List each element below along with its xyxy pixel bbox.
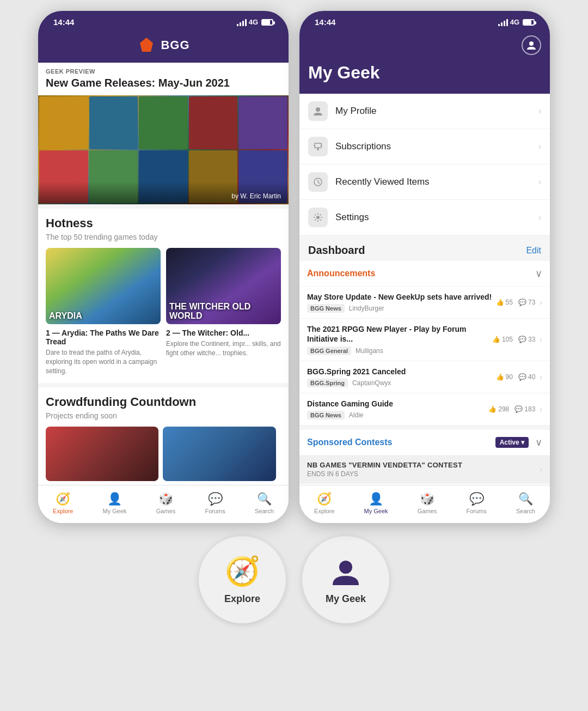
status-bar-left: 14:44 4G bbox=[38, 11, 289, 31]
nav-forums-label-right: Forums bbox=[466, 508, 486, 514]
nav-mygeek-right[interactable]: 👤 My Geek bbox=[360, 490, 393, 516]
settings-icon bbox=[308, 208, 328, 227]
subscriptions-label: Subscriptions bbox=[335, 141, 538, 152]
profile-label: My Profile bbox=[335, 106, 538, 117]
ann-title-1: May Store Update - New GeekUp sets have … bbox=[307, 292, 496, 302]
ann-author-3: CaptainQwyx bbox=[352, 379, 391, 387]
mini-card-4 bbox=[189, 96, 238, 149]
ann-item-4[interactable]: Distance Gaming Guide BGG News Aldie 👍 2… bbox=[299, 393, 550, 426]
battery-icon-left bbox=[261, 19, 273, 26]
status-right-left: 4G bbox=[237, 18, 273, 26]
ann-chevron-2: › bbox=[540, 335, 542, 344]
likes-count-4: 298 bbox=[498, 405, 509, 413]
svg-point-1 bbox=[529, 41, 534, 46]
mini-card-5 bbox=[238, 96, 287, 149]
nav-forums[interactable]: 💬 Forums bbox=[200, 490, 229, 516]
ann-author-1: LindyBurger bbox=[349, 305, 384, 312]
nav-games[interactable]: 🎲 Games bbox=[152, 490, 180, 516]
active-badge[interactable]: Active ▾ bbox=[495, 437, 529, 448]
network-right: 4G bbox=[510, 18, 519, 26]
ann-comments-4: 💬 183 bbox=[514, 405, 535, 413]
sponsored-collapse[interactable]: ∨ bbox=[535, 436, 542, 448]
mygeek-card-icon bbox=[329, 555, 362, 588]
nav-forums-label: Forums bbox=[205, 508, 225, 514]
article-image: by W. Eric Martin bbox=[38, 95, 289, 204]
nav-mygeek-label-right: My Geek bbox=[364, 508, 388, 514]
nav-games-right[interactable]: 🎲 Games bbox=[413, 490, 441, 516]
settings-chevron: › bbox=[538, 212, 541, 222]
contest-title-1: NB GAMES "VERMIN VENDETTA" CONTEST bbox=[307, 461, 535, 469]
settings-label: Settings bbox=[335, 212, 538, 223]
mini-card-2 bbox=[89, 96, 138, 149]
nav-explore-right[interactable]: 🧭 Explore bbox=[310, 490, 339, 516]
announcements-card: Announcements ∨ May Store Update - New G… bbox=[299, 261, 550, 426]
recently-viewed-icon bbox=[308, 172, 328, 192]
crowdfunding-title: Crowdfunding Countdown bbox=[46, 395, 281, 409]
thumbs-up-icon-3: 👍 bbox=[496, 373, 504, 381]
user-avatar-button[interactable] bbox=[522, 35, 541, 55]
mini-card-3 bbox=[139, 96, 188, 149]
signal-icon-right bbox=[498, 19, 508, 26]
ann-chevron-3: › bbox=[540, 373, 542, 381]
ann-item-1[interactable]: May Store Update - New GeekUp sets have … bbox=[299, 287, 550, 319]
game-item-arydia[interactable]: ARYDIA 1 — Arydia: The Paths We Dare Tre… bbox=[46, 248, 161, 375]
ann-content-3: BGG.Spring 2021 Canceled BGG.Spring Capt… bbox=[307, 367, 496, 387]
sponsored-title: Sponsored Contests bbox=[307, 437, 392, 447]
nav-explore[interactable]: 🧭 Explore bbox=[48, 490, 77, 516]
ann-item-3[interactable]: BGG.Spring 2021 Canceled BGG.Spring Capt… bbox=[299, 361, 550, 393]
feature-article[interactable]: GEEK PREVIEW New Game Releases: May-Jun … bbox=[38, 63, 289, 204]
ann-stats-3: 👍 90 💬 40 bbox=[496, 373, 536, 381]
profile-icon bbox=[308, 101, 328, 121]
mygeek-card-label: My Geek bbox=[326, 593, 366, 605]
nav-search-right[interactable]: 🔍 Search bbox=[512, 490, 540, 516]
game-item-witcher[interactable]: THE WITCHER OLD WORLD 2 — The Witcher: O… bbox=[166, 248, 281, 375]
nav-games-label-right: Games bbox=[418, 508, 437, 514]
ann-tag-4: BGG News bbox=[307, 411, 345, 420]
nav-mygeek[interactable]: 👤 My Geek bbox=[99, 490, 131, 516]
explore-app-card[interactable]: 🧭 Explore bbox=[199, 536, 286, 623]
network-left: 4G bbox=[249, 18, 258, 26]
svg-point-6 bbox=[339, 561, 352, 574]
ann-likes-2: 👍 105 bbox=[492, 336, 513, 343]
subscriptions-icon bbox=[308, 137, 328, 156]
nav-forums-right[interactable]: 💬 Forums bbox=[462, 490, 491, 516]
comments-count-2: 33 bbox=[528, 336, 535, 343]
comments-count-1: 73 bbox=[528, 299, 535, 306]
ann-title-2: The 2021 RPGG New Player - Play by Forum… bbox=[307, 324, 492, 344]
menu-item-settings[interactable]: Settings › bbox=[299, 200, 550, 235]
contest-item-1[interactable]: NB GAMES "VERMIN VENDETTA" CONTEST ENDS … bbox=[299, 455, 550, 484]
mygeek-page-title: My Geek bbox=[308, 63, 541, 83]
menu-item-recently-viewed[interactable]: Recently Viewed Items › bbox=[299, 165, 550, 200]
search-icon-right: 🔍 bbox=[518, 492, 533, 506]
bottom-nav-left: 🧭 Explore 👤 My Geek 🎲 Games 💬 Forums 🔍 S… bbox=[38, 485, 289, 523]
edit-button[interactable]: Edit bbox=[526, 246, 541, 256]
ann-comments-3: 💬 40 bbox=[518, 373, 535, 381]
ann-content-2: The 2021 RPGG New Player - Play by Forum… bbox=[307, 324, 492, 355]
ann-content-4: Distance Gaming Guide BGG News Aldie bbox=[307, 399, 488, 420]
mygeek-icon-right: 👤 bbox=[369, 492, 383, 506]
explore-scroll-content[interactable]: GEEK PREVIEW New Game Releases: May-Jun … bbox=[38, 63, 289, 485]
nav-explore-label: Explore bbox=[53, 508, 73, 514]
menu-item-profile[interactable]: My Profile › bbox=[299, 94, 550, 129]
likes-count-3: 90 bbox=[506, 373, 513, 381]
mygeek-scroll-content[interactable]: My Profile › Subscriptions › bbox=[299, 94, 550, 485]
menu-item-subscriptions[interactable]: Subscriptions › bbox=[299, 129, 550, 165]
mygeek-icon: 👤 bbox=[107, 492, 122, 506]
arydia-title-overlay: ARYDIA bbox=[49, 311, 82, 321]
ann-tag-3: BGG.Spring bbox=[307, 379, 348, 387]
game-grid: ARYDIA 1 — Arydia: The Paths We Dare Tre… bbox=[46, 248, 281, 375]
ann-item-2[interactable]: The 2021 RPGG New Player - Play by Forum… bbox=[299, 319, 550, 361]
time-left: 14:44 bbox=[53, 17, 74, 27]
bgg-logo-text: BGG bbox=[161, 38, 189, 52]
ann-meta-2: BGG General Mulligans bbox=[307, 347, 492, 355]
app-cards-row: 🧭 Explore My Geek bbox=[11, 536, 577, 623]
hotness-section: Hotness The top 50 trending games today … bbox=[38, 209, 289, 383]
explore-card-label: Explore bbox=[224, 593, 260, 605]
mygeek-app-card[interactable]: My Geek bbox=[302, 536, 389, 623]
announcements-collapse[interactable]: ∨ bbox=[535, 268, 542, 279]
nav-search[interactable]: 🔍 Search bbox=[250, 490, 278, 516]
explore-icon-right: 🧭 bbox=[317, 492, 332, 506]
ann-likes-3: 👍 90 bbox=[496, 373, 513, 381]
ann-meta-4: BGG News Aldie bbox=[307, 411, 488, 420]
ann-chevron-4: › bbox=[540, 405, 542, 414]
